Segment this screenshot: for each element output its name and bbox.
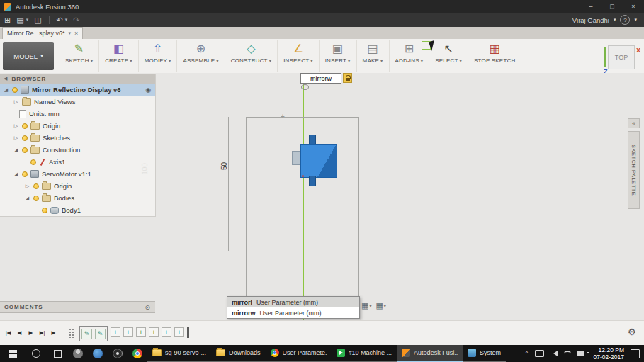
help-icon[interactable]: ? [620,15,630,25]
timeline-grip-handle[interactable] [69,328,74,338]
visibility-bulb-icon[interactable] [33,196,39,201]
step-back-button[interactable]: ◀ [15,327,24,338]
settings-gear-icon[interactable]: ⚙ [628,327,636,337]
snap-settings-button[interactable]: ▦ ▾ [361,301,371,310]
browser-item-named-views[interactable]: ▷ Named Views [0,96,155,108]
expand-arrow-icon[interactable]: ▷ [13,135,19,141]
view-cube-face[interactable]: TOP [608,45,635,69]
timeline-feature[interactable]: + [162,327,171,337]
autocomplete-option-mirrorw[interactable]: mirrorw User Parameter (mm) [227,307,359,318]
browser-header[interactable]: ◀ BROWSER [0,74,155,84]
network-icon[interactable] [564,351,571,357]
expand-arrow-icon[interactable]: ◢ [3,87,9,93]
taskbar-app-folder1[interactable]: sg-90-servo-... [147,345,211,362]
taskbar-app-downloads[interactable]: Downloads [211,345,266,362]
expand-arrow-icon[interactable]: ▷ [24,183,30,189]
document-tab-close-icon[interactable]: × [74,30,78,37]
battery-icon[interactable] [577,351,587,356]
undo-button[interactable]: ↶ [57,16,63,25]
search-button[interactable] [26,345,47,362]
dimension-label-50[interactable]: 50 [220,162,228,170]
expand-arrow-icon[interactable]: ▷ [13,123,19,129]
timeline-feature[interactable]: + [174,327,184,337]
make-menu[interactable]: ▤ MAKE▾ [357,40,390,72]
redo-button[interactable]: ↷ [73,16,79,25]
save-button[interactable]: ◫ [34,16,41,25]
help-caret-icon[interactable]: ▾ [634,17,637,23]
visibility-bulb-icon[interactable] [30,159,36,165]
taskbar-app-video[interactable]: #10 Machine ... [332,345,397,362]
hidden-icons-caret[interactable]: ^ [525,350,528,357]
assemble-menu[interactable]: ⊕ ASSEMBLE▾ [177,40,225,72]
action-center-icon[interactable] [631,349,640,358]
stop-sketch-button[interactable]: ▦ STOP SKETCH [468,40,521,72]
insert-menu[interactable]: ▣ INSERT▾ [320,40,357,72]
visibility-bulb-icon[interactable] [22,171,28,177]
dimension-value-input[interactable] [300,73,341,84]
timeline-feature[interactable]: + [149,327,159,337]
maximize-button[interactable]: □ [601,0,623,13]
pinned-app-blue[interactable] [88,345,108,362]
app-menu-icon[interactable]: ⊞ [4,16,11,25]
close-button[interactable]: × [623,0,644,13]
timeline-feature[interactable]: + [123,327,133,337]
task-view-button[interactable] [47,345,68,362]
sketch-palette-tab[interactable]: SKETCH PALETTE [628,131,640,209]
pinned-app-people[interactable] [68,345,88,362]
sketch-menu[interactable]: ✎ SKETCH▾ [60,40,99,72]
start-button[interactable] [0,345,26,362]
timeline-feature[interactable]: + [136,327,146,337]
undo-caret-icon[interactable]: ▾ [65,17,68,23]
modify-menu[interactable]: ⇧ MODIFY▾ [139,40,178,72]
skip-to-end-button[interactable]: ▶| [38,327,47,338]
timeline-feature[interactable]: + [111,327,120,337]
browser-item-origin[interactable]: ▷ Origin [0,120,155,132]
construct-menu[interactable]: ◇ CONSTRUCT▾ [225,40,278,72]
expand-arrow-icon[interactable]: ◢ [13,171,19,177]
dimension-handle[interactable] [301,84,309,90]
play-button[interactable]: ▶ [26,327,35,338]
taskbar-clock[interactable]: 12:20 PM 07-02-2017 [594,346,624,361]
servo-motor-body[interactable] [292,134,343,186]
palette-collapse-button[interactable]: « [628,118,640,128]
expand-arrow-icon[interactable]: ◢ [13,147,19,153]
browser-item-axis1[interactable]: Axis1 [0,156,155,168]
file-menu-icon[interactable]: ▤ [16,16,23,25]
activate-component-radio[interactable]: ◉ [145,86,151,94]
expand-arrow-icon[interactable]: ◢ [24,196,30,201]
visibility-bulb-icon[interactable] [33,183,39,189]
skip-to-start-button[interactable]: |◀ [4,327,13,338]
pinned-app-chrome[interactable] [128,345,147,362]
pinned-app-dark[interactable] [108,345,128,362]
timeline-position-marker[interactable] [187,327,189,338]
taskbar-app-chrome[interactable]: User Paramete... [266,345,332,362]
dimension-line-50[interactable] [228,117,229,251]
browser-item-construction[interactable]: ◢ Construction [0,144,155,156]
expand-arrow-icon[interactable]: ▷ [13,99,19,105]
speaker-icon[interactable] [550,351,558,356]
browser-item-units[interactable]: Units: mm [0,108,155,120]
taskbar-app-fusion[interactable]: Autodesk Fusi... [397,345,463,362]
model-canvas[interactable]: 100 50 + ◀ BROWSER ◢ Mirror Reflectino [0,73,644,320]
document-tab-caret-icon[interactable]: ▾ [69,30,72,36]
play-alt-button[interactable]: ▶ [49,327,58,338]
timeline-sketch-feature[interactable]: ✎ [81,329,92,339]
display-icon[interactable] [535,350,544,357]
browser-item-root[interactable]: ◢ Mirror Reflectino Display v6 ◉ [0,84,155,96]
browser-item-bodies[interactable]: ◢ Bodies [0,192,155,204]
collapse-panel-icon[interactable]: ◀ [4,76,8,81]
visibility-bulb-icon[interactable] [22,135,28,141]
inspect-menu[interactable]: ∠ INSPECT▾ [278,40,320,72]
browser-item-sketches[interactable]: ▷ Sketches [0,132,155,144]
file-menu-caret-icon[interactable]: ▾ [26,17,29,23]
workspace-selector[interactable]: MODEL ▾ [3,42,54,70]
create-menu[interactable]: ◧ CREATE▾ [99,40,139,72]
visibility-bulb-icon[interactable] [42,208,47,213]
comments-bar[interactable]: COMMENTS ⊙ [0,301,155,313]
lock-icon[interactable] [343,73,352,83]
timeline-sketch-feature[interactable]: ✎ [95,329,106,339]
comments-target-icon[interactable]: ⊙ [145,304,151,311]
minimize-button[interactable]: – [580,0,601,13]
browser-item-origin2[interactable]: ▷ Origin [0,180,155,192]
user-name[interactable]: Viraj Gandhi [572,16,609,24]
